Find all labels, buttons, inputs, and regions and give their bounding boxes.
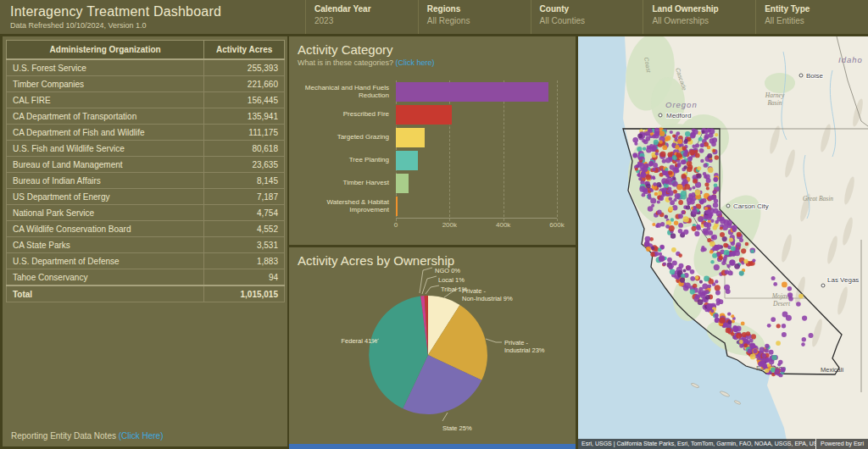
treatment-dot[interactable] [683, 165, 687, 169]
treatment-dot[interactable] [725, 270, 729, 274]
treatment-dot[interactable] [709, 129, 715, 135]
treatment-dot[interactable] [652, 223, 655, 226]
treatment-dot[interactable] [802, 337, 806, 341]
treatment-dot[interactable] [638, 177, 642, 180]
treatment-dot[interactable] [760, 347, 765, 353]
treatment-dot[interactable] [654, 192, 658, 196]
treatment-dot[interactable] [748, 349, 753, 354]
treatment-dot[interactable] [761, 358, 766, 363]
treatment-dot[interactable] [712, 253, 717, 258]
treatment-dot[interactable] [715, 133, 718, 136]
map-panel[interactable]: OregonIdahoHarneyBasinGreat BasinMojaveD… [578, 36, 868, 449]
treatment-dot[interactable] [775, 369, 780, 374]
treatment-dot[interactable] [727, 312, 731, 315]
treatment-dot[interactable] [731, 247, 736, 252]
treatment-dot[interactable] [669, 207, 674, 212]
treatment-dot[interactable] [658, 191, 662, 195]
treatment-dot[interactable] [678, 253, 682, 258]
treatment-dot[interactable] [646, 175, 651, 180]
treatment-dot[interactable] [708, 196, 713, 201]
treatment-dot[interactable] [708, 167, 714, 173]
treatment-dot[interactable] [682, 174, 687, 179]
treatment-dot[interactable] [802, 316, 807, 321]
treatment-dot[interactable] [662, 145, 667, 150]
treatment-dot[interactable] [650, 252, 655, 257]
treatment-dot[interactable] [693, 130, 698, 136]
treatment-dot[interactable] [739, 271, 744, 276]
treatment-dot[interactable] [729, 238, 733, 242]
table-row[interactable]: US Department of Energy7,187 [7, 189, 285, 205]
treatment-dot[interactable] [665, 215, 669, 219]
bar-0[interactable] [396, 82, 548, 102]
treatment-dot[interactable] [700, 159, 704, 163]
table-row[interactable]: Timber Companies221,660 [7, 76, 285, 92]
table-row[interactable]: CA Department of Fish and Wildlife111,17… [7, 125, 285, 141]
treatment-dot[interactable] [709, 241, 715, 247]
treatment-dot[interactable] [670, 269, 676, 274]
column-header-organization[interactable]: Administering Organization [7, 41, 204, 60]
treatment-dot[interactable] [706, 303, 712, 309]
treatment-dot[interactable] [683, 152, 688, 157]
treatment-dot[interactable] [713, 225, 718, 230]
treatment-dot[interactable] [776, 341, 781, 346]
bar-1[interactable] [396, 105, 452, 125]
treatment-dot[interactable] [707, 153, 712, 158]
treatment-dot[interactable] [711, 235, 717, 241]
treatment-dot[interactable] [656, 182, 661, 187]
treatment-dot[interactable] [695, 190, 701, 196]
treatment-dot[interactable] [720, 226, 723, 230]
treatment-dot[interactable] [796, 302, 801, 307]
treatment-dot[interactable] [708, 214, 711, 218]
treatment-dot[interactable] [700, 293, 705, 298]
powered-by-esri[interactable]: Powered by Esri [816, 439, 868, 449]
treatment-dot[interactable] [765, 344, 769, 348]
treatment-dot[interactable] [648, 129, 653, 133]
treatment-dot[interactable] [682, 147, 687, 151]
treatment-dot[interactable] [659, 256, 663, 260]
treatment-dot[interactable] [741, 248, 746, 253]
treatment-dot[interactable] [776, 324, 781, 328]
treatment-dot[interactable] [699, 148, 704, 153]
filter-entity-type[interactable]: Entity TypeAll Entities [755, 0, 868, 34]
treatment-dot[interactable] [715, 285, 721, 291]
treatment-dot[interactable] [682, 231, 685, 235]
treatment-dot[interactable] [798, 294, 804, 299]
treatment-dot[interactable] [646, 184, 651, 189]
treatment-dot[interactable] [659, 140, 662, 143]
treatment-dot[interactable] [634, 142, 637, 146]
treatment-dot[interactable] [711, 141, 716, 147]
treatment-dot[interactable] [660, 152, 666, 158]
treatment-dot[interactable] [723, 219, 729, 225]
treatment-dot[interactable] [638, 157, 643, 161]
treatment-dot[interactable] [726, 289, 731, 294]
bar-4[interactable] [396, 174, 409, 193]
treatment-dot[interactable] [714, 183, 718, 187]
treatment-dot[interactable] [713, 190, 717, 194]
treatment-dot[interactable] [667, 190, 670, 193]
treatment-dot[interactable] [670, 178, 674, 182]
reporting-notes-link[interactable]: (Click Here) [119, 431, 164, 441]
treatment-dot[interactable] [704, 175, 707, 178]
bar-5[interactable] [396, 197, 398, 216]
treatment-dot[interactable] [680, 278, 685, 283]
treatment-dot[interactable] [690, 269, 695, 274]
treatment-dot[interactable] [675, 193, 681, 199]
filter-land-ownership[interactable]: Land OwnershipAll Ownerships [643, 0, 755, 34]
treatment-dot[interactable] [674, 275, 678, 280]
table-row[interactable]: CA State Parks3,531 [7, 237, 285, 253]
treatment-dot[interactable] [782, 282, 787, 288]
treatment-dot[interactable] [665, 180, 669, 184]
treatment-dot[interactable] [753, 349, 757, 353]
treatment-dot[interactable] [678, 154, 682, 158]
treatment-dot[interactable] [693, 179, 698, 184]
treatment-dot[interactable] [649, 161, 654, 166]
treatment-dot[interactable] [676, 169, 680, 173]
treatment-dot[interactable] [724, 324, 728, 328]
treatment-dot[interactable] [782, 312, 788, 318]
treatment-dot[interactable] [692, 145, 695, 148]
treatment-dot[interactable] [702, 284, 708, 290]
treatment-dot[interactable] [715, 318, 720, 323]
treatment-dot[interactable] [771, 276, 776, 280]
treatment-dot[interactable] [670, 200, 675, 205]
treatment-dot[interactable] [707, 284, 711, 288]
